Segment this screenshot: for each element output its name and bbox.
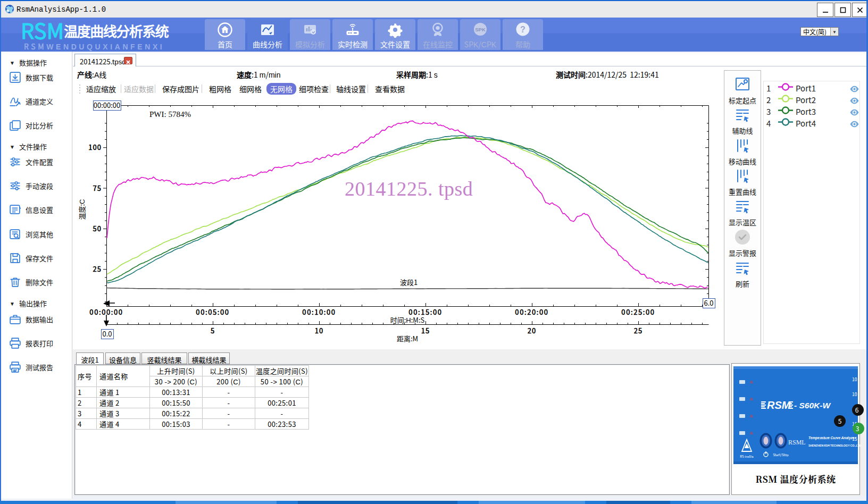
svg-text:RS-Instra: RS-Instra bbox=[740, 454, 754, 459]
svg-text:0.0: 0.0 bbox=[102, 329, 112, 339]
svg-text:00:10:00: 00:10:00 bbox=[302, 307, 336, 317]
svg-text:Temperature Curve Analyzer: Temperature Curve Analyzer bbox=[808, 435, 857, 440]
svg-text:100: 100 bbox=[88, 142, 102, 152]
svg-text:3: 3 bbox=[856, 424, 859, 433]
svg-text:波段1: 波段1 bbox=[400, 277, 418, 287]
svg-text:50: 50 bbox=[93, 223, 102, 233]
svg-text:25: 25 bbox=[93, 264, 102, 274]
svg-text:PWI: 5784%: PWI: 5784% bbox=[149, 110, 191, 119]
svg-text:20: 20 bbox=[528, 325, 536, 335]
svg-text:5: 5 bbox=[838, 416, 842, 425]
svg-text:25: 25 bbox=[634, 325, 642, 335]
svg-text:5: 5 bbox=[210, 325, 215, 335]
svg-text:20141225. tpsd: 20141225. tpsd bbox=[345, 178, 473, 200]
svg-text:SPK: SPK bbox=[475, 27, 486, 32]
svg-text:RSM: RSM bbox=[767, 399, 791, 411]
svg-text:00:05:00: 00:05:00 bbox=[196, 307, 229, 317]
svg-text:10: 10 bbox=[852, 391, 857, 397]
svg-text:时间:H:M:S: 时间:H:M:S bbox=[390, 315, 425, 325]
svg-text:温度:C: 温度:C bbox=[77, 199, 87, 220]
svg-text:距离:M: 距离:M bbox=[397, 333, 418, 343]
svg-text:00:20:00: 00:20:00 bbox=[515, 307, 548, 317]
svg-text:15: 15 bbox=[421, 325, 430, 335]
svg-text:10: 10 bbox=[852, 376, 857, 382]
svg-text:6: 6 bbox=[855, 405, 859, 414]
svg-text:75: 75 bbox=[93, 183, 102, 193]
svg-text:?: ? bbox=[520, 25, 525, 34]
svg-text:15: 15 bbox=[852, 435, 857, 442]
svg-text:RSML: RSML bbox=[788, 439, 806, 446]
svg-text:- S60K-W: - S60K-W bbox=[794, 401, 831, 410]
svg-text:10: 10 bbox=[315, 325, 323, 335]
svg-text:Start/Stop: Start/Stop bbox=[773, 452, 789, 457]
svg-text:00:00:00: 00:00:00 bbox=[94, 100, 121, 110]
svg-text:SHENZHEN RSM TECHNOLOGY CO.,LT: SHENZHEN RSM TECHNOLOGY CO.,LTD bbox=[808, 443, 861, 447]
svg-text:6.0: 6.0 bbox=[704, 298, 713, 308]
svg-text:00:25:00: 00:25:00 bbox=[621, 307, 655, 317]
